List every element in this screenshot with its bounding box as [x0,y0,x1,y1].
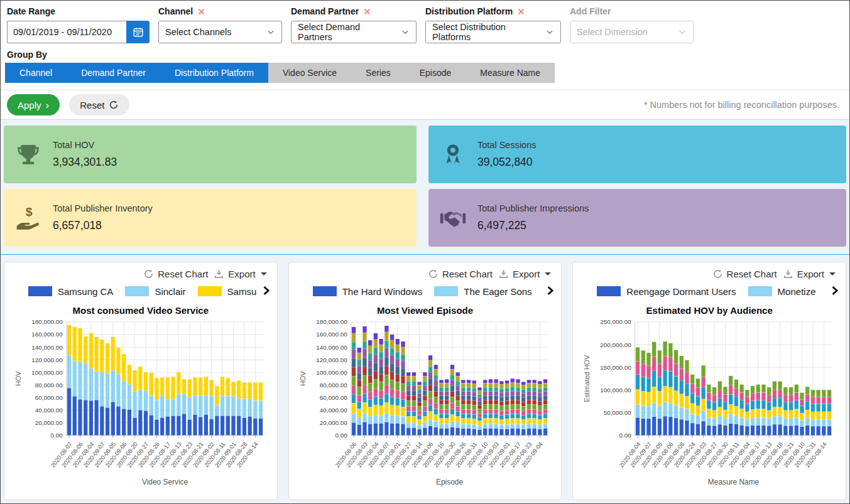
chevron-right-icon: › [46,100,50,110]
legend-item[interactable]: Monetize [748,286,816,297]
group-by-tabs: Channel Demand Partner Distribution Plat… [5,63,849,83]
tab-video-service[interactable]: Video Service [268,63,351,83]
export-button[interactable]: Export [783,269,836,279]
remove-demand-partner-filter-icon[interactable]: ✕ [363,7,371,16]
legend-swatch [313,286,337,296]
add-filter-select[interactable]: Select Dimension [570,21,694,43]
tab-distribution-platform[interactable]: Distribution Platform [160,63,268,83]
action-row: Apply › Reset * Numbers not for billing … [1,90,849,120]
svg-text:40,000.00: 40,000.00 [35,407,63,414]
export-label: Export [228,269,255,279]
chart-title: Most Viewed Episode [294,305,557,316]
tab-demand-partner[interactable]: Demand Partner [67,63,160,83]
download-icon [783,269,793,279]
refresh-icon [109,100,119,110]
legend-label: Reengage Dormant Users [626,286,736,297]
chart-toolbar: Reset Chart Export [9,266,272,281]
svg-text:HOV: HOV [299,371,307,386]
legend-next-icon[interactable] [259,284,272,298]
legend-label: The Hard Windows [342,286,423,297]
trophy-icon [14,142,43,167]
caret-down-icon [545,272,551,276]
demand-partner-select[interactable]: Select Demand Partners [291,21,417,43]
legend-swatch [125,286,149,296]
legend-item[interactable]: Reengage Dormant Users [597,286,736,297]
distribution-platform-select-value: Select Distribution Platforms [432,22,540,42]
svg-text:150,000.00: 150,000.00 [600,364,631,371]
award-ribbon-icon [439,142,467,167]
legend-next-icon[interactable] [828,284,841,298]
reset-button[interactable]: Reset [69,94,129,115]
legend-item[interactable]: The Eager Sons [434,286,531,297]
legend-item[interactable]: Samsung CA [28,286,113,297]
kpi-label: Total Sessions [477,140,537,150]
tab-measure-name[interactable]: Measure Name [466,63,555,83]
channel-select[interactable]: Select Channels [158,21,282,43]
hand-dollar-icon: $ [14,205,43,231]
chart-panel-audience: Reset Chart Export Reengage Dormant User… [572,262,846,500]
svg-text:140,000.00: 140,000.00 [31,344,63,351]
tab-episode[interactable]: Episode [405,63,466,83]
remove-channel-filter-icon[interactable]: ✕ [197,7,205,16]
legend-label: The Eager Sons [464,286,531,297]
tab-channel[interactable]: Channel [5,63,67,83]
chart-toolbar: Reset Chart Export [294,266,557,281]
calendar-button[interactable] [126,21,150,43]
svg-text:200,000.00: 200,000.00 [600,341,631,348]
charts-section: Reset Chart Export Samsung CASinclairSam… [1,255,849,504]
apply-button[interactable]: Apply › [7,94,60,115]
svg-text:140,000.00: 140,000.00 [316,344,347,351]
distribution-platform-label: Distribution Platform ✕ [425,6,561,16]
legend-label: Monetize [778,286,816,297]
legend-label: Sinclair [155,286,185,297]
export-button[interactable]: Export [214,269,266,279]
caret-down-icon [261,272,267,276]
demand-partner-label: Demand Partner ✕ [291,6,417,16]
reset-chart-button[interactable]: Reset Chart [712,269,777,279]
refresh-icon [143,269,154,279]
tab-series[interactable]: Series [351,63,405,83]
svg-text:60,000.00: 60,000.00 [319,394,347,401]
legend-swatch [434,286,458,296]
legend-label: Samsung CA [58,286,113,297]
kpi-total-publisher-inventory: $ Total Publisher Inventory 6,657,018 [4,189,417,247]
chevron-down-icon [678,28,687,36]
add-filter-label: Add Filter [570,6,694,16]
svg-text:180,000.00: 180,000.00 [316,318,347,325]
chart-legend: Reengage Dormant UsersMonetize [578,282,841,301]
date-range-label-text: Date Range [7,6,55,16]
svg-text:100,000.00: 100,000.00 [316,369,347,376]
svg-text:20,000.00: 20,000.00 [35,419,63,426]
calendar-icon [133,26,144,38]
distribution-platform-select[interactable]: Select Distribution Platforms [425,21,561,43]
chart-title: Most consumed Video Service [9,305,272,316]
legend-item[interactable]: The Hard Windows [313,286,423,297]
export-button[interactable]: Export [498,269,551,279]
legend-next-icon[interactable] [543,284,556,298]
legend-swatch [198,286,222,296]
reset-chart-button[interactable]: Reset Chart [428,269,493,279]
svg-text:HOV: HOV [14,371,22,386]
chevron-down-icon [266,28,275,36]
date-range-input[interactable] [7,21,126,43]
chart-panel-video-service: Reset Chart Export Samsung CASinclairSam… [4,262,278,500]
svg-text:120,000.00: 120,000.00 [316,357,347,363]
legend-swatch [748,286,772,296]
kpi-label: Total HOV [53,140,117,150]
legend-item[interactable]: Sinclair [125,286,185,297]
remove-distribution-platform-filter-icon[interactable]: ✕ [517,7,525,16]
reset-chart-button[interactable]: Reset Chart [143,269,208,279]
channel-select-value: Select Channels [165,27,232,37]
date-range-label: Date Range [7,6,150,16]
chart-panel-episode: Reset Chart Export The Hard WindowsThe E… [288,262,562,500]
stacked-bar-chart: 0.0050,000.00100,000.00150,000.00200,000… [578,317,841,489]
legend-swatch [597,286,621,296]
svg-text:100,000.00: 100,000.00 [600,387,631,394]
kpi-total-publisher-impressions: Total Publisher Impressions 6,497,225 [428,189,846,247]
svg-text:80,000.00: 80,000.00 [35,382,63,389]
legend-item[interactable]: Samsu [198,286,257,297]
filter-add: Add Filter Select Dimension [570,6,694,43]
svg-text:80,000.00: 80,000.00 [319,382,347,389]
kpi-value: 3,934,301.83 [53,156,117,169]
kpi-label: Total Publisher Impressions [477,203,589,213]
